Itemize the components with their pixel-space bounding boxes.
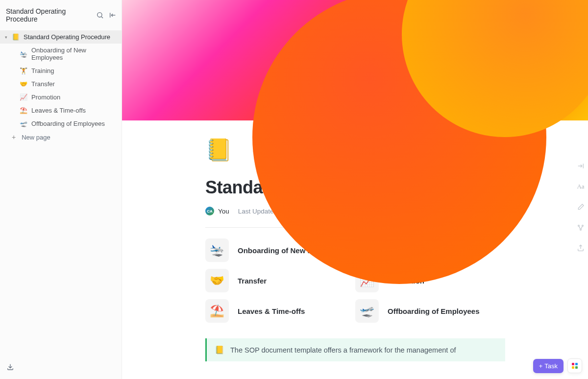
- sidebar-item-label: Training: [31, 67, 54, 74]
- handshake-icon: 🤝: [20, 80, 27, 88]
- takeoff-plane-icon: 🛫: [20, 120, 27, 127]
- avatar[interactable]: CA: [205, 207, 214, 215]
- right-rail: Aa: [576, 162, 585, 253]
- sidebar-item-label: Onboarding of New Employees: [31, 47, 117, 61]
- umbrella-icon: ⛱️: [205, 299, 229, 323]
- sidebar-item-label: Offboarding of Employees: [31, 120, 105, 127]
- sidebar-item-offboarding[interactable]: 🛫 Offboarding of Employees: [0, 117, 122, 130]
- typography-icon[interactable]: Aa: [576, 182, 585, 191]
- notebook-icon: 📒: [12, 33, 20, 41]
- sidebar-item-transfer[interactable]: 🤝 Transfer: [0, 77, 122, 91]
- new-page-button[interactable]: + New page: [0, 130, 122, 144]
- svg-point-7: [578, 225, 580, 227]
- plus-icon: +: [12, 133, 16, 141]
- chart-up-icon: 📈: [20, 94, 27, 101]
- author-name: You: [218, 208, 229, 215]
- sidebar-item-promotion[interactable]: 📈 Promotion: [0, 91, 122, 104]
- sidebar-item-training[interactable]: 🏋️ Training: [0, 64, 122, 77]
- expand-icon[interactable]: [576, 162, 585, 170]
- svg-point-8: [582, 225, 584, 227]
- sidebar-item-root[interactable]: ▾ 📒 Standard Operating Procedure: [0, 30, 122, 44]
- svg-point-0: [98, 13, 102, 17]
- notebook-icon: 📒: [215, 345, 224, 355]
- sidebar-header: Standard Operating Procedure: [0, 0, 122, 30]
- sidebar-item-leaves[interactable]: ⛱️ Leaves & Time-offs: [0, 104, 122, 117]
- sidebar-item-label: Promotion: [31, 94, 60, 101]
- main-content: 📒 Standard Operating Procedure CA You La…: [122, 0, 588, 379]
- card-transfer[interactable]: 🤝 Transfer: [205, 269, 355, 292]
- weightlifter-icon: 🏋️: [20, 67, 27, 74]
- new-page-label: New page: [22, 134, 50, 141]
- search-icon[interactable]: [96, 11, 104, 19]
- umbrella-icon: ⛱️: [20, 107, 27, 114]
- sidebar-nav: ▾ 📒 Standard Operating Procedure 🛬 Onboa…: [0, 30, 122, 144]
- sidebar-title: Standard Operating Procedure: [6, 7, 96, 23]
- task-button-label: Task: [544, 362, 558, 370]
- apps-grid-icon: [572, 363, 578, 369]
- landing-plane-icon: 🛬: [205, 238, 229, 262]
- create-task-button[interactable]: + Task: [533, 359, 564, 373]
- collapse-sidebar-icon[interactable]: [109, 11, 117, 19]
- callout-text: The SOP document template offers a frame…: [230, 346, 456, 354]
- plus-icon: +: [539, 362, 543, 370]
- card-label: Transfer: [238, 277, 267, 285]
- svg-point-9: [580, 229, 582, 231]
- sidebar-item-onboarding[interactable]: 🛬 Onboarding of New Employees: [0, 44, 122, 64]
- landing-plane-icon: 🛬: [20, 50, 27, 58]
- edit-icon[interactable]: [576, 203, 585, 212]
- share-icon[interactable]: [576, 244, 585, 253]
- floating-actions: + Task: [533, 358, 582, 373]
- sidebar-item-label: Transfer: [31, 80, 55, 88]
- sidebar: Standard Operating Procedure ▾ 📒 Standar…: [0, 0, 122, 379]
- chevron-down-icon: ▾: [5, 35, 10, 40]
- import-icon[interactable]: [3, 359, 18, 374]
- sidebar-item-label: Leaves & Time-offs: [31, 107, 86, 114]
- svg-line-1: [101, 17, 103, 18]
- handshake-icon: 🤝: [205, 269, 229, 292]
- app-switcher-button[interactable]: [567, 358, 582, 373]
- card-leaves[interactable]: ⛱️ Leaves & Time-offs: [205, 299, 355, 323]
- takeoff-plane-icon: 🛫: [355, 299, 379, 323]
- card-label: Leaves & Time-offs: [238, 307, 305, 315]
- relations-icon[interactable]: [576, 223, 585, 232]
- card-label: Offboarding of Employees: [388, 307, 480, 315]
- callout-block[interactable]: 📒 The SOP document template offers a fra…: [205, 338, 505, 361]
- sidebar-root-label: Standard Operating Procedure: [24, 33, 110, 41]
- card-offboarding[interactable]: 🛫 Offboarding of Employees: [355, 299, 505, 323]
- cover-image[interactable]: [122, 0, 588, 120]
